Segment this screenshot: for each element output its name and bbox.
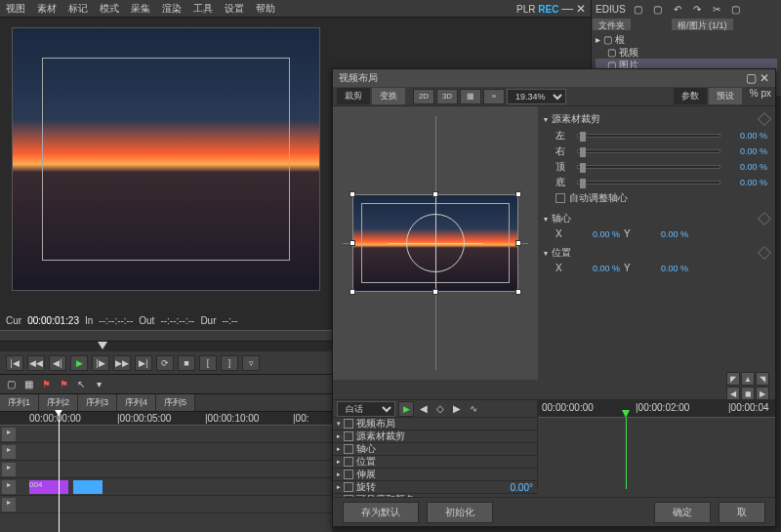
section-axis[interactable]: ▾轴心 <box>542 210 771 227</box>
marker-button[interactable]: ▿ <box>242 355 260 371</box>
ok-button[interactable]: 确定 <box>654 502 711 523</box>
tool-icon[interactable]: ▾ <box>92 378 105 391</box>
resize-handle[interactable] <box>432 191 438 197</box>
slider-bottom[interactable] <box>577 181 720 184</box>
menu-mode[interactable]: 模式 <box>100 2 119 16</box>
value-left[interactable]: 0.00 % <box>724 131 767 141</box>
tab-seq2[interactable]: 序列2 <box>39 394 78 411</box>
nav-left[interactable]: ◀ <box>726 387 740 400</box>
new-seq-icon[interactable]: ▢ <box>4 378 18 391</box>
track-label[interactable]: ▸ <box>2 463 16 476</box>
loop-button[interactable]: ⟳ <box>156 355 174 371</box>
audio-track-1[interactable]: ▸ <box>0 496 332 513</box>
folder-icon[interactable]: ▢ <box>632 2 645 16</box>
goto-start-button[interactable]: |◀ <box>6 355 23 371</box>
resize-handle[interactable] <box>349 191 355 197</box>
cancel-button[interactable]: 取 <box>719 502 765 523</box>
menu-render[interactable]: 渲染 <box>162 2 182 16</box>
nav-up-left[interactable]: ◤ <box>726 372 740 386</box>
menu-capture[interactable]: 采集 <box>131 2 150 16</box>
undo-icon[interactable]: ↶ <box>671 2 684 16</box>
resize-handle[interactable] <box>515 289 521 295</box>
out-button[interactable]: ] <box>221 355 238 371</box>
video-track-1[interactable]: ▸ <box>0 426 332 443</box>
in-button[interactable]: [ <box>199 355 217 371</box>
keyframe-toggle[interactable] <box>758 112 771 126</box>
kf-play-button[interactable]: ▶ <box>398 401 414 417</box>
in-value[interactable]: --:--:--:-- <box>99 315 133 326</box>
timeline-playhead[interactable] <box>59 412 60 532</box>
kf-playhead[interactable] <box>626 418 627 489</box>
kf-next-icon[interactable]: ▶ <box>450 402 464 416</box>
tab-seq3[interactable]: 序列3 <box>78 394 117 411</box>
track-label[interactable]: ▸ <box>2 445 16 459</box>
redo-icon[interactable]: ↷ <box>690 2 704 16</box>
auto-axis-checkbox[interactable] <box>555 193 565 203</box>
rewind-button[interactable]: ◀◀ <box>27 355 45 371</box>
cursor-icon[interactable]: ↖ <box>74 378 88 391</box>
step-fwd-button[interactable]: |▶ <box>92 355 109 371</box>
timeline-clip[interactable] <box>73 480 103 494</box>
cut-icon[interactable]: ✂ <box>710 2 723 16</box>
reset-button[interactable]: 初始化 <box>427 502 493 523</box>
timeline-clip[interactable]: 004 <box>29 480 68 494</box>
section-crop[interactable]: ▾源素材裁剪 <box>542 110 771 128</box>
playhead-marker[interactable] <box>98 342 107 349</box>
tab-params[interactable]: 参数 <box>674 88 707 104</box>
mode-3d-button[interactable]: 3D <box>436 89 458 104</box>
nav-right[interactable]: ▶ <box>756 387 769 400</box>
menu-view[interactable]: 视图 <box>6 2 25 16</box>
timeline-ruler[interactable]: 00:00:00:00 |00:00:05:00 |00:00:10:00 |0… <box>0 412 332 426</box>
value-top[interactable]: 0.00 % <box>724 162 767 172</box>
video-track-4[interactable]: ▸ 004 <box>0 478 332 496</box>
lang-select[interactable]: 白话 <box>337 401 395 417</box>
keyframe-toggle[interactable] <box>758 246 771 260</box>
tab-transform[interactable]: 变换 <box>372 88 405 104</box>
value-bottom[interactable]: 0.00 % <box>724 178 767 187</box>
stop-button[interactable]: ■ <box>178 355 195 371</box>
resize-handle[interactable] <box>349 289 355 295</box>
pos-y-value[interactable]: 0.00 % <box>645 264 688 273</box>
flag2-icon[interactable]: ⚑ <box>57 378 70 391</box>
track-label[interactable]: ▸ <box>2 498 16 512</box>
nav-center[interactable]: ◼ <box>741 387 755 400</box>
mode-extra-button[interactable]: ▦ <box>460 89 481 104</box>
value-right[interactable]: 0.00 % <box>724 146 767 156</box>
minimize-icon[interactable]: — <box>561 2 573 16</box>
kf-add-icon[interactable]: ◇ <box>433 402 447 416</box>
menu-marker[interactable]: 标记 <box>68 2 88 16</box>
keyframe-timeline[interactable]: 00:00:00:00 |00:00:02:00 |00:00:04 <box>538 400 775 489</box>
resize-handle[interactable] <box>432 289 438 295</box>
expand-icon[interactable]: » <box>483 89 505 104</box>
kf-ruler[interactable]: 00:00:00:00 |00:00:02:00 |00:00:04 <box>538 400 775 418</box>
flag-icon[interactable]: ⚑ <box>39 378 53 391</box>
resize-handle[interactable] <box>349 240 355 246</box>
video-track-2[interactable]: ▸ <box>0 443 332 461</box>
browser-tab-folder[interactable]: 文件夹 <box>593 19 631 30</box>
preview-ruler[interactable] <box>0 330 332 342</box>
tree-root[interactable]: ▸ ▢ 根 <box>596 33 777 46</box>
keyframe-toggle[interactable] <box>758 212 771 225</box>
track-label[interactable]: ▸ <box>2 428 16 441</box>
slider-top[interactable] <box>577 165 720 169</box>
tree-video[interactable]: ▢ 视频 <box>596 46 777 59</box>
goto-end-button[interactable]: ▶| <box>135 355 152 371</box>
step-back-button[interactable]: ◀| <box>49 355 66 371</box>
kf-curve-icon[interactable]: ∿ <box>467 402 480 416</box>
tab-seq1[interactable]: 序列1 <box>0 394 39 411</box>
tab-seq5[interactable]: 序列5 <box>156 394 195 411</box>
grid-icon[interactable]: ▦ <box>21 378 35 391</box>
axis-y-value[interactable]: 0.00 % <box>645 229 688 239</box>
close-icon[interactable]: ▢ ✕ <box>746 71 769 85</box>
nav-up[interactable]: ▲ <box>741 372 755 386</box>
unit-label[interactable]: % px <box>750 88 771 104</box>
slider-left[interactable] <box>577 134 720 138</box>
menu-help[interactable]: 帮助 <box>256 2 275 16</box>
slider-right[interactable] <box>577 149 720 153</box>
menu-tools[interactable]: 工具 <box>193 2 213 16</box>
video-track-3[interactable]: ▸ <box>0 461 332 478</box>
ffwd-button[interactable]: ▶▶ <box>113 355 131 371</box>
axis-x-value[interactable]: 0.00 % <box>577 229 620 239</box>
tab-preset[interactable]: 预设 <box>709 88 742 104</box>
track-label[interactable]: ▸ <box>2 480 16 494</box>
